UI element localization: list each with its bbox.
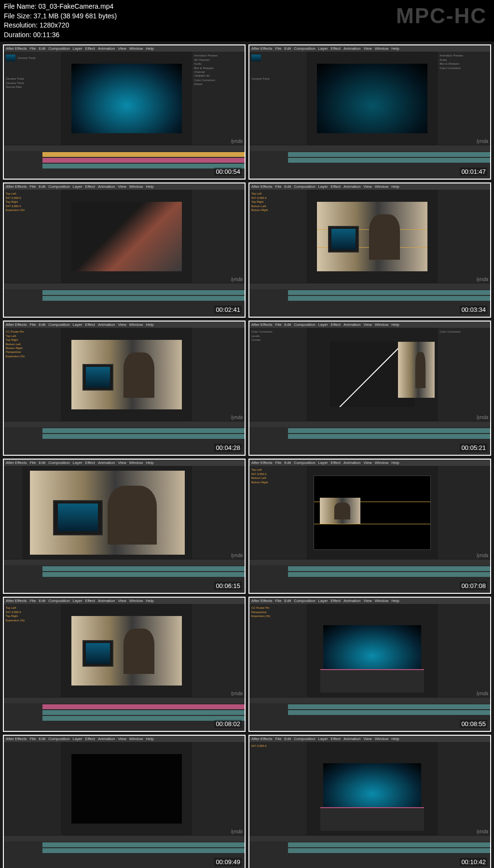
watermark: lynda [477,277,488,282]
thumbnail[interactable]: After EffectsFileEditCompositionLayerEff… [3,44,246,180]
effect-controls-panel: Top Left 547.3,555.5 Top Right Expansion… [4,604,62,697]
timeline-panel [249,145,490,179]
watermark: lynda [477,415,488,420]
composition-viewer [62,328,192,421]
effect-controls-panel: Top Left 547.3,555.5 Top Right Bottom Le… [249,190,307,283]
thumbnail[interactable]: After EffectsFileEditCompositionLayerEff… [248,597,491,732]
thumbnail[interactable]: After EffectsFileEditCompositionLayerEff… [248,735,491,868]
thumbnail[interactable]: After EffectsFileEditCompositionLayerEff… [3,735,246,868]
effect-controls-panel: 547.3,555.5 [249,742,307,835]
thumbnail[interactable]: After EffectsFileEditCompositionLayerEff… [248,321,491,456]
project-panel: Camera Track [249,52,307,145]
composition-viewer [62,742,192,835]
duration-label: Duration: [4,31,33,39]
project-panel: Camera Track Camera Track Camera Track S… [4,52,62,145]
timeline-panel [4,697,245,731]
file-name-label: File Name: [4,2,39,10]
timestamp: 00:05:21 [460,444,487,452]
ae-menu-bar: After EffectsFileEditCompositionLayerEff… [4,183,245,190]
composition-viewer [307,190,437,283]
ae-menu-bar: After EffectsFileEditCompositionLayerEff… [249,736,490,742]
ae-menu-bar: After EffectsFileEditCompositionLayerEff… [4,45,245,52]
composition-viewer [62,52,192,145]
file-size-value: 37,1 MB (38 949 681 bytes) [33,12,117,20]
timestamp: 00:02:41 [214,306,242,314]
file-name-value: 03_03-FakeCamera.mp4 [39,2,114,10]
mpc-hc-logo: MPC-HC [396,4,487,28]
timeline-panel [249,283,490,317]
composition-viewer [307,328,437,421]
watermark: lynda [231,415,243,420]
thumbnail[interactable]: After EffectsFileEditCompositionLayerEff… [248,182,491,318]
file-info-header: File Name: 03_03-FakeCamera.mp4 File Siz… [0,0,494,42]
watermark: lynda [477,691,488,696]
composition-viewer [62,190,192,283]
ae-menu-bar: After EffectsFileEditCompositionLayerEff… [249,45,490,52]
timestamp: 00:03:34 [460,306,487,314]
effects-panel: Color Correction [437,328,490,421]
watermark: lynda [477,139,488,144]
effect-controls-panel: CC Power Pin Top Left Top Right Bottom L… [4,328,62,421]
effects-panel: Animation Presets Audio Blur & Sharpen C… [437,52,490,145]
timestamp: 00:07:08 [460,582,487,590]
effects-panel [192,466,245,559]
effect-controls-panel: CC Power Pin Perspective Expansion (%) [249,604,307,697]
timeline-panel [249,421,490,455]
timeline-panel [249,559,490,593]
thumbnail[interactable]: After EffectsFileEditCompositionLayerEff… [3,321,246,456]
ae-menu-bar: After EffectsFileEditCompositionLayerEff… [249,598,490,604]
timestamp: 00:08:02 [214,720,242,728]
effects-panel [192,604,245,697]
ae-menu-bar: After EffectsFileEditCompositionLayerEff… [4,322,245,328]
watermark: lynda [231,691,243,696]
ae-menu-bar: After EffectsFileEditCompositionLayerEff… [249,460,490,466]
ae-menu-bar: After EffectsFileEditCompositionLayerEff… [249,322,490,328]
timeline-panel [4,835,245,868]
timestamp: 00:08:55 [460,720,487,728]
timeline-panel [4,421,245,455]
timeline-panel [249,835,490,868]
duration-value: 00:11:36 [33,31,60,39]
effects-panel [192,742,245,835]
timeline-panel [249,697,490,731]
composition-viewer [307,604,437,697]
timestamp: 00:00:54 [214,168,242,176]
composition-viewer [307,52,437,145]
watermark: lynda [477,829,488,834]
effect-controls-panel: Color Correction Levels Curves [249,328,307,421]
timestamp: 00:09:49 [214,858,242,866]
effects-panel [437,742,490,835]
timestamp: 00:01:47 [460,168,487,176]
thumbnail[interactable]: After EffectsFileEditCompositionLayerEff… [248,44,491,180]
thumbnail[interactable]: After EffectsFileEditCompositionLayerEff… [3,182,246,318]
composition-viewer [307,466,437,559]
effect-controls-panel: Top Left 547.3,555.5 Bottom Left Bottom … [249,466,307,559]
ae-menu-bar: After EffectsFileEditCompositionLayerEff… [4,460,245,466]
timestamp: 00:10:42 [460,858,487,866]
ae-menu-bar: After EffectsFileEditCompositionLayerEff… [4,598,245,604]
effect-controls-panel [4,466,23,559]
watermark: lynda [477,553,488,558]
thumbnail[interactable]: After EffectsFileEditCompositionLayerEff… [3,597,246,732]
watermark: lynda [231,553,243,558]
effect-controls-panel [4,742,62,835]
watermark: lynda [231,277,243,282]
thumbnail[interactable]: After EffectsFileEditCompositionLayerEff… [248,459,491,594]
effects-panel [437,604,490,697]
ae-menu-bar: After EffectsFileEditCompositionLayerEff… [4,736,245,742]
effect-controls-panel: Top Left 547.3,555.5 Top Right 547.3,655… [4,190,62,283]
composition-viewer [23,466,192,559]
timeline-panel [4,559,245,593]
composition-viewer [62,604,192,697]
timestamp: 00:04:28 [214,444,242,452]
resolution-value: 1280x720 [40,21,69,29]
watermark: lynda [231,139,243,144]
effects-panel: Animation Presets 3D Channel Audio Blur … [192,52,245,145]
ae-menu-bar: After EffectsFileEditCompositionLayerEff… [249,183,490,190]
thumbnail[interactable]: After EffectsFileEditCompositionLayerEff… [3,459,246,594]
effects-panel [437,190,490,283]
effects-panel [192,190,245,283]
timestamp: 00:06:15 [214,582,242,590]
composition-viewer [307,742,437,835]
watermark: lynda [231,829,243,834]
